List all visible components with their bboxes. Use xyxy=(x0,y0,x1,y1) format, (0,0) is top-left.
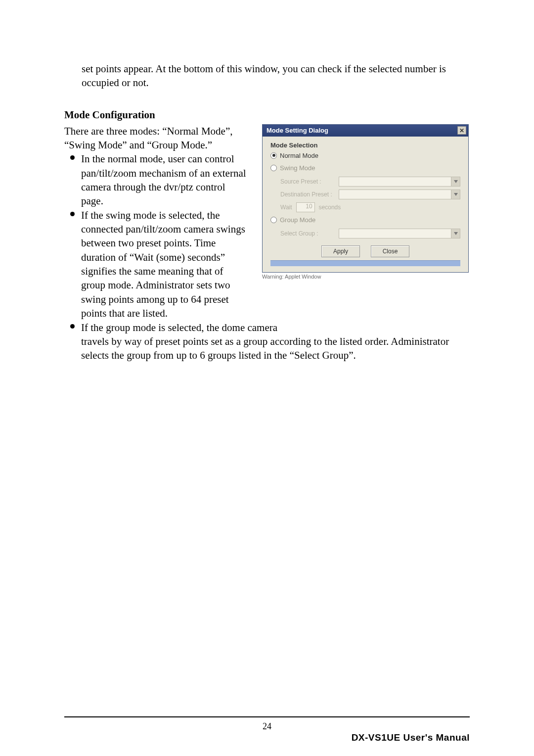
applet-warning-text: Warning: Applet Window xyxy=(262,274,469,280)
bullet-dot-icon xyxy=(70,155,75,160)
section-heading: Mode Configuration xyxy=(64,109,470,121)
bullet-text: In the normal mode, user can control pan… xyxy=(81,153,246,207)
swing-source-row: Source Preset : xyxy=(280,177,460,187)
close-icon: ✕ xyxy=(459,128,464,134)
swing-mode-section: Swing Mode Source Preset : Destinatio xyxy=(270,164,460,212)
source-preset-label: Source Preset : xyxy=(280,178,335,185)
dialog-title: Mode Setting Dialog xyxy=(267,127,328,134)
bullet-item-swing-mode: If the swing mode is selected, the conne… xyxy=(64,208,250,321)
group-mode-label: Group Mode xyxy=(280,216,315,224)
source-preset-dropdown[interactable] xyxy=(339,177,460,187)
dialog-figure: Mode Setting Dialog ✕ Mode Selection Nor… xyxy=(262,124,469,280)
wait-label: Wait xyxy=(280,204,292,211)
dialog-button-row: Apply Close xyxy=(270,245,460,257)
dialog-close-button[interactable]: ✕ xyxy=(457,126,466,135)
bullet-dot-icon xyxy=(70,212,75,216)
radio-icon xyxy=(270,152,277,159)
bullet-list: In the normal mode, user can control pan… xyxy=(64,152,250,320)
select-group-label: Select Group : xyxy=(280,230,335,237)
page-footer: 24 DX-VS1UE User's Manual xyxy=(64,716,470,721)
modes-intro-text: There are three modes: “Normal Mode”, “S… xyxy=(64,124,250,152)
wait-suffix: seconds xyxy=(319,204,341,211)
bullet-3-block: If the group mode is selected, the dome … xyxy=(64,321,470,363)
radio-icon xyxy=(270,217,277,223)
chevron-down-icon xyxy=(451,229,460,238)
bullet-item-normal-mode: In the normal mode, user can control pan… xyxy=(64,152,250,208)
dialog-body: Mode Selection Normal Mode Swing Mode So… xyxy=(263,137,468,272)
select-group-dropdown[interactable] xyxy=(339,229,460,238)
svg-marker-1 xyxy=(454,193,458,196)
swing-destination-row: Destination Preset : xyxy=(280,189,460,199)
bullet-item-group-mode: If the group mode is selected, the dome … xyxy=(64,321,410,334)
bullet-text: If the swing mode is selected, the conne… xyxy=(81,209,245,319)
group-select-row: Select Group : xyxy=(280,229,460,238)
left-text-column: There are three modes: “Normal Mode”, “S… xyxy=(64,124,250,321)
swing-mode-label: Swing Mode xyxy=(280,164,315,172)
destination-preset-dropdown[interactable] xyxy=(339,189,460,199)
radio-icon xyxy=(270,165,277,171)
swing-mode-radio-row[interactable]: Swing Mode xyxy=(270,164,460,172)
group-mode-radio-row[interactable]: Group Mode xyxy=(270,216,460,224)
group-mode-section: Group Mode Select Group : xyxy=(270,216,460,238)
normal-mode-radio-row[interactable]: Normal Mode xyxy=(270,152,460,159)
document-page: set points appear. At the bottom of this… xyxy=(0,0,534,756)
wait-input[interactable]: 10 xyxy=(296,202,315,212)
svg-marker-2 xyxy=(454,232,458,235)
bullet-text-continuation: travels by way of preset points set as a… xyxy=(64,334,470,363)
chevron-down-icon xyxy=(451,177,460,186)
page-number: 24 xyxy=(64,721,470,732)
bullet-list-wide: If the group mode is selected, the dome … xyxy=(64,321,410,334)
bullet-text-line1: If the group mode is selected, the dome … xyxy=(81,322,277,333)
swing-wait-row: Wait 10 seconds xyxy=(280,202,460,212)
intro-paragraph: set points appear. At the bottom of this… xyxy=(82,62,470,90)
destination-preset-label: Destination Preset : xyxy=(280,191,335,198)
close-button[interactable]: Close xyxy=(371,245,409,257)
normal-mode-label: Normal Mode xyxy=(280,152,318,159)
two-column-layout: There are three modes: “Normal Mode”, “S… xyxy=(64,124,470,321)
svg-marker-0 xyxy=(454,180,458,183)
bullet-dot-icon xyxy=(70,324,75,329)
apply-button[interactable]: Apply xyxy=(321,245,360,257)
manual-title: DX-VS1UE User's Manual xyxy=(352,732,470,743)
dialog-footer-bar xyxy=(270,260,460,266)
chevron-down-icon xyxy=(451,190,460,199)
mode-selection-heading: Mode Selection xyxy=(270,142,460,149)
mode-setting-dialog: Mode Setting Dialog ✕ Mode Selection Nor… xyxy=(262,124,469,273)
dialog-titlebar: Mode Setting Dialog ✕ xyxy=(263,125,468,137)
